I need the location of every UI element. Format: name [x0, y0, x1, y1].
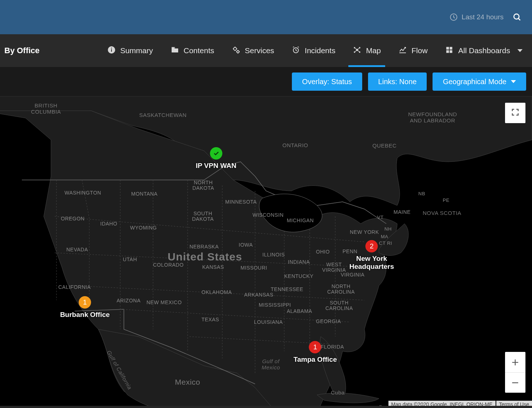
folder-icon	[171, 46, 179, 56]
chevron-down-icon	[517, 49, 523, 52]
gears-icon	[232, 46, 240, 56]
mode-selector[interactable]: Geographical Mode	[433, 72, 526, 91]
node-tampa-office[interactable]: 1 Tampa Office	[294, 341, 337, 364]
top-bar: Last 24 hours	[0, 0, 532, 34]
info-icon	[107, 46, 116, 56]
tab-bar: By Office Summary Contents Services Inci…	[0, 34, 532, 67]
node-burbank-office[interactable]: 1 Burbank Office	[60, 296, 110, 319]
tab-services[interactable]: Services	[223, 34, 283, 67]
time-range-selector[interactable]: Last 24 hours	[449, 13, 504, 21]
map-svg	[0, 96, 532, 408]
svg-rect-16	[450, 50, 452, 52]
tab-summary[interactable]: Summary	[98, 34, 162, 67]
status-warning-badge: 1	[79, 296, 91, 309]
zoom-out-button[interactable]: −	[505, 372, 525, 393]
status-critical-badge: 1	[309, 341, 321, 353]
page-title: By Office	[4, 46, 40, 55]
svg-point-4	[111, 47, 112, 48]
search-button[interactable]	[512, 12, 522, 22]
tab-incidents[interactable]: Incidents	[283, 34, 344, 67]
links-selector[interactable]: Links: None	[368, 72, 427, 91]
grid-icon	[445, 46, 453, 56]
status-critical-badge: 2	[365, 240, 378, 252]
clock-icon	[449, 13, 458, 21]
search-icon	[512, 12, 522, 22]
svg-rect-14	[450, 47, 452, 49]
chevron-down-icon	[511, 80, 516, 83]
svg-rect-3	[111, 49, 112, 52]
tab-contents[interactable]: Contents	[162, 34, 223, 67]
svg-rect-13	[446, 47, 449, 49]
zoom-control: + −	[505, 352, 525, 393]
tab-all-dashboards[interactable]: All Dashboards	[437, 34, 526, 67]
node-ip-vpn-wan[interactable]: IP VPN WAN	[196, 147, 236, 170]
fullscreen-button[interactable]	[505, 103, 525, 123]
svg-point-6	[237, 51, 239, 53]
alarm-icon	[292, 46, 300, 56]
tab-flow[interactable]: Flow	[390, 34, 436, 67]
svg-rect-15	[446, 50, 449, 52]
scrollbar[interactable]	[0, 406, 532, 408]
network-icon	[353, 46, 361, 56]
zoom-in-button[interactable]: +	[505, 352, 525, 372]
status-ok-icon	[210, 147, 222, 160]
map-canvas[interactable]: United States Mexico BRITISH COLUMBIA SA…	[0, 96, 532, 408]
node-ny-headquarters[interactable]: 2 New York Headquarters	[349, 240, 394, 271]
overlay-selector[interactable]: Overlay: Status	[292, 72, 362, 91]
map-controls: Overlay: Status Links: None Geographical…	[0, 67, 532, 96]
tab-map[interactable]: Map	[344, 34, 390, 67]
time-range-label: Last 24 hours	[462, 13, 504, 21]
chart-icon	[398, 46, 407, 56]
fullscreen-icon	[511, 108, 520, 118]
svg-point-5	[234, 47, 236, 50]
